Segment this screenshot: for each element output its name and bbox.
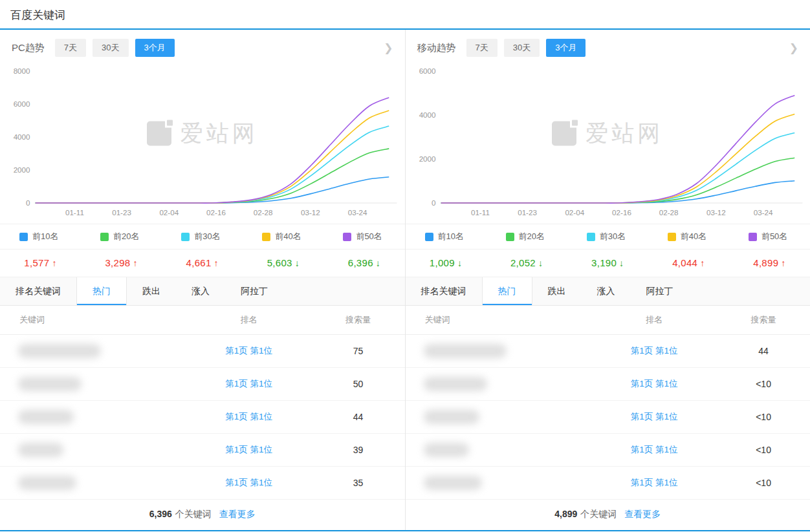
legend-item-top20[interactable]: 前20名 xyxy=(81,231,162,242)
svg-text:03-12: 03-12 xyxy=(301,209,320,217)
mobile-trend-chart: 020004000600001-1101-2302-0402-1602-2803… xyxy=(406,62,810,224)
search-volume: <10 xyxy=(717,434,810,467)
chart-legend: 前10名 前20名 前30名 前40名 前50名 xyxy=(406,224,810,250)
stat-top50: 4,899 xyxy=(729,257,810,268)
page-title: 百度关键词 xyxy=(10,9,65,21)
keyword-row: 第1页 第1位 35 xyxy=(0,467,405,500)
legend-label: 前10名 xyxy=(438,231,464,242)
svg-text:02-16: 02-16 xyxy=(206,209,226,217)
legend-item-top50[interactable]: 前50名 xyxy=(323,231,404,242)
panel-footer: 4,899个关键词 查看更多 xyxy=(406,500,810,530)
legend-item-top50[interactable]: 前50名 xyxy=(729,231,810,242)
legend-label: 前40名 xyxy=(681,231,706,242)
legend-item-top30[interactable]: 前30名 xyxy=(162,231,243,242)
svg-text:8000: 8000 xyxy=(14,67,30,75)
keyword-list-tabs: 排名关键词 热门 跌出 涨入 阿拉丁 xyxy=(406,277,810,306)
line-chart-svg: 020004000600001-1101-2302-0402-1602-2803… xyxy=(411,63,805,224)
search-volume: 44 xyxy=(312,401,405,434)
rank-link[interactable]: 第1页 第1位 xyxy=(631,445,678,454)
rank-link[interactable]: 第1页 第1位 xyxy=(631,478,678,487)
stat-top20: 2,052 xyxy=(487,257,567,268)
keyword-masked xyxy=(424,377,487,391)
keyword-table: 关键词 排名 搜索量 第1页 第1位 75 第1页 第1位 50 xyxy=(0,306,405,500)
rank-link[interactable]: 第1页 第1位 xyxy=(225,445,272,454)
expand-chevron-icon[interactable]: ❯ xyxy=(384,43,393,54)
keyword-row: 第1页 第1位 44 xyxy=(0,401,405,434)
range-tab-3m[interactable]: 3个月 xyxy=(546,39,586,57)
legend-item-top20[interactable]: 前20名 xyxy=(487,231,567,242)
rank-link[interactable]: 第1页 第1位 xyxy=(225,478,272,487)
tab-risen[interactable]: 涨入 xyxy=(582,277,631,305)
keyword-row: 第1页 第1位 50 xyxy=(0,368,405,401)
keyword-list-tabs: 排名关键词 热门 跌出 涨入 阿拉丁 xyxy=(0,277,405,306)
legend-item-top40[interactable]: 前40名 xyxy=(648,231,729,242)
svg-text:02-28: 02-28 xyxy=(659,209,678,217)
keyword-table: 关键词 排名 搜索量 第1页 第1位 44 第1页 第1位 <10 xyxy=(406,306,810,500)
stat-top40: 4,044 xyxy=(648,257,729,268)
search-volume: 75 xyxy=(312,335,405,368)
tab-ranking-keywords[interactable]: 排名关键词 xyxy=(0,277,76,305)
tab-dropped[interactable]: 跌出 xyxy=(127,277,176,305)
panel-footer: 6,396个关键词 查看更多 xyxy=(0,500,405,530)
table-header-row: 关键词 排名 搜索量 xyxy=(406,306,810,335)
legend-label: 前10名 xyxy=(32,231,58,242)
svg-text:2000: 2000 xyxy=(419,155,435,163)
rank-link[interactable]: 第1页 第1位 xyxy=(225,346,272,356)
rank-link[interactable]: 第1页 第1位 xyxy=(225,379,272,388)
legend-item-top10[interactable]: 前10名 xyxy=(406,231,487,242)
view-more-link[interactable]: 查看更多 xyxy=(219,509,256,519)
tab-hot[interactable]: 热门 xyxy=(482,277,532,305)
svg-text:03-24: 03-24 xyxy=(753,209,772,217)
range-tab-3m[interactable]: 3个月 xyxy=(135,39,175,57)
legend-swatch-icon xyxy=(587,233,595,241)
legend-swatch-icon xyxy=(749,233,757,241)
legend-item-top40[interactable]: 前40名 xyxy=(243,231,323,242)
col-header-volume: 搜索量 xyxy=(312,306,405,335)
legend-item-top10[interactable]: 前10名 xyxy=(0,231,81,242)
rank-link[interactable]: 第1页 第1位 xyxy=(631,346,678,356)
search-volume: <10 xyxy=(717,467,810,500)
line-chart-svg: 0200040006000800001-1101-2302-0402-1602-… xyxy=(5,63,400,224)
keyword-row: 第1页 第1位 <10 xyxy=(406,401,810,434)
search-volume: 35 xyxy=(312,467,405,500)
legend-label: 前30名 xyxy=(194,231,220,242)
legend-swatch-icon xyxy=(262,233,270,241)
panel-title: PC趋势 xyxy=(12,42,45,54)
legend-label: 前50名 xyxy=(761,231,787,242)
range-tab-7d[interactable]: 7天 xyxy=(55,39,86,57)
view-more-link[interactable]: 查看更多 xyxy=(624,509,661,519)
stat-top10: 1,577 xyxy=(0,257,81,268)
rank-link[interactable]: 第1页 第1位 xyxy=(225,412,272,421)
search-volume: 50 xyxy=(312,368,405,401)
tab-risen[interactable]: 涨入 xyxy=(176,277,225,305)
legend-label: 前40名 xyxy=(275,231,301,242)
range-tab-7d[interactable]: 7天 xyxy=(466,39,498,57)
range-tab-30d[interactable]: 30天 xyxy=(504,39,540,57)
stat-top40: 5,603 xyxy=(243,257,323,268)
tab-dropped[interactable]: 跌出 xyxy=(532,277,582,305)
rank-link[interactable]: 第1页 第1位 xyxy=(631,412,678,421)
range-tab-30d[interactable]: 30天 xyxy=(93,39,128,57)
tab-ranking-keywords[interactable]: 排名关键词 xyxy=(406,277,482,305)
panel-pc-trend: PC趋势 7天 30天 3个月 ❯ 0200040006000800001-11… xyxy=(0,30,405,530)
rank-link[interactable]: 第1页 第1位 xyxy=(631,379,678,388)
svg-text:01-11: 01-11 xyxy=(65,209,84,217)
panel-header: 移动趋势 7天 30天 3个月 ❯ xyxy=(406,30,810,62)
tab-aladdin[interactable]: 阿拉丁 xyxy=(631,277,689,305)
panel-mobile-trend: 移动趋势 7天 30天 3个月 ❯ 020004000600001-1101-2… xyxy=(405,30,810,530)
chart-legend: 前10名 前20名 前30名 前40名 前50名 xyxy=(0,224,405,250)
stat-top50: 6,396 xyxy=(323,257,404,268)
tab-aladdin[interactable]: 阿拉丁 xyxy=(225,277,283,305)
expand-chevron-icon[interactable]: ❯ xyxy=(789,43,798,54)
keyword-masked xyxy=(424,344,507,358)
legend-item-top30[interactable]: 前30名 xyxy=(567,231,648,242)
keyword-masked xyxy=(18,476,76,490)
keyword-count-suffix: 个关键词 xyxy=(580,509,617,519)
search-volume: 39 xyxy=(312,434,405,467)
legend-swatch-icon xyxy=(668,233,676,241)
col-header-keyword: 关键词 xyxy=(0,306,186,335)
svg-text:4000: 4000 xyxy=(419,111,435,119)
tab-hot[interactable]: 热门 xyxy=(76,277,127,305)
keyword-row: 第1页 第1位 44 xyxy=(406,335,810,368)
rank-count-stats: 1,009 2,052 3,190 4,044 4,899 xyxy=(406,250,810,277)
